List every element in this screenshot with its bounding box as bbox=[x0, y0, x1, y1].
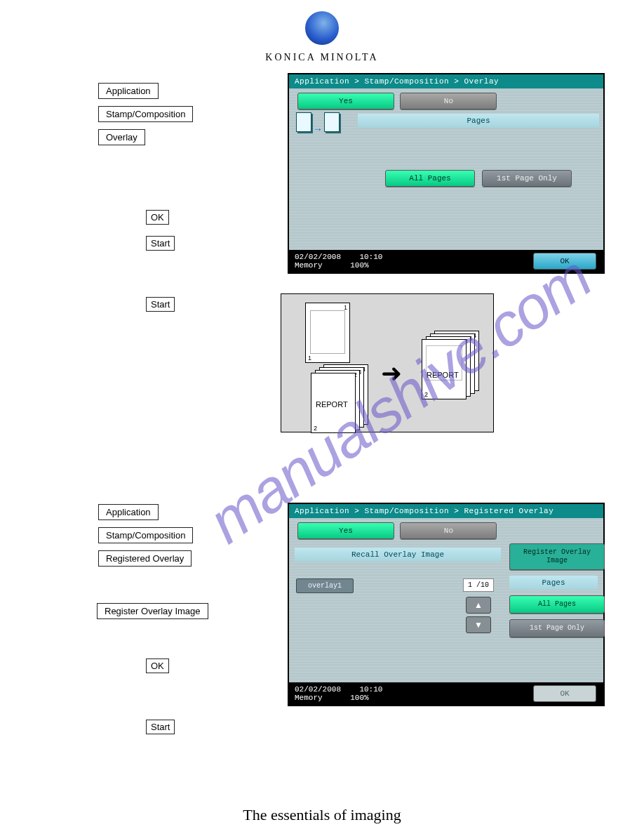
page-down-button[interactable]: ▼ bbox=[466, 616, 491, 633]
yes-button[interactable]: Yes bbox=[297, 93, 394, 110]
page-up-button[interactable]: ▲ bbox=[466, 597, 491, 614]
all-pages-button-2[interactable]: All Pages bbox=[509, 595, 605, 614]
ok-button[interactable]: OK bbox=[533, 253, 596, 270]
all-pages-button[interactable]: All Pages bbox=[385, 170, 475, 187]
first-page-only-button[interactable]: 1st Page Only bbox=[482, 170, 572, 187]
nav-box-overlay: Overlay bbox=[98, 129, 145, 145]
ok-hint: OK bbox=[146, 210, 169, 225]
start-hint-2: Start bbox=[146, 297, 175, 312]
panel-breadcrumb: Application > Stamp/Composition > Overla… bbox=[289, 74, 603, 88]
register-overlay-image-hint: Register Overlay Image bbox=[97, 603, 208, 619]
pages-header-2: Pages bbox=[509, 576, 598, 590]
brand-logo-icon bbox=[305, 11, 339, 45]
no-button-2[interactable]: No bbox=[400, 522, 497, 539]
overlay-item-1[interactable]: overlay1 bbox=[296, 578, 354, 593]
first-page-only-button-2[interactable]: 1st Page Only bbox=[509, 619, 605, 637]
yes-button-2[interactable]: Yes bbox=[297, 522, 394, 539]
arrow-right-icon: ➜ bbox=[381, 359, 402, 388]
nav2-box-registered-overlay: Registered Overlay bbox=[98, 550, 192, 567]
status-time: 10:10 bbox=[359, 253, 382, 261]
brand-logo: KONICA MINOLTA bbox=[0, 11, 644, 63]
ok-hint-2: OK bbox=[146, 658, 169, 673]
status-date-2: 02/02/2008 bbox=[295, 685, 341, 694]
recall-overlay-header: Recall Overlay Image bbox=[295, 548, 501, 562]
status-bar: 02/02/2008 10:10 Memory 100% OK bbox=[289, 250, 603, 272]
overlay-panel: Application > Stamp/Composition > Overla… bbox=[288, 73, 605, 274]
panel2-breadcrumb: Application > Stamp/Composition > Regist… bbox=[289, 504, 603, 518]
status-memory-label-2: Memory bbox=[295, 694, 323, 702]
status-memory-value-2: 100% bbox=[350, 694, 368, 702]
ok-button-2[interactable]: OK bbox=[533, 685, 596, 702]
status-time-2: 10:10 bbox=[359, 685, 382, 694]
start-hint-3: Start bbox=[146, 720, 175, 734]
nav2-box-application: Application bbox=[98, 504, 159, 520]
footer-tagline: The essentials of imaging bbox=[0, 806, 644, 824]
nav-box-stamp-composition: Stamp/Composition bbox=[98, 106, 193, 122]
pages-header: Pages bbox=[358, 114, 599, 128]
nav2-box-stamp-composition: Stamp/Composition bbox=[98, 527, 193, 543]
status-memory-value: 100% bbox=[350, 261, 368, 270]
registered-overlay-panel: Application > Stamp/Composition > Regist… bbox=[288, 503, 605, 706]
status-memory-label: Memory bbox=[295, 261, 323, 270]
nav-box-application: Application bbox=[98, 83, 159, 99]
no-button[interactable]: No bbox=[400, 93, 497, 110]
overlay-diagram: 1 1 4 3 2 REPORT 2 ➜ 4 3 2 REPOR bbox=[281, 293, 494, 432]
register-overlay-image-button[interactable]: Register Overlay Image bbox=[509, 543, 605, 570]
overlay-illustration-icon: → bbox=[296, 112, 340, 135]
brand-name: KONICA MINOLTA bbox=[0, 52, 644, 63]
start-hint: Start bbox=[146, 236, 175, 251]
page-indicator: 1 /10 bbox=[463, 578, 494, 592]
status-date: 02/02/2008 bbox=[295, 253, 341, 261]
status-bar-2: 02/02/2008 10:10 Memory 100% OK bbox=[289, 682, 603, 705]
